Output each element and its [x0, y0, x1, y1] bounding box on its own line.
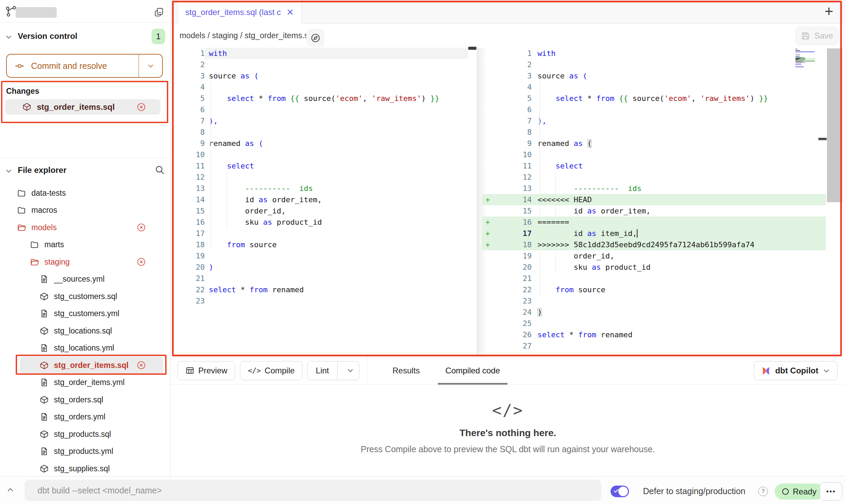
- save-button[interactable]: Save: [796, 27, 839, 45]
- code-line-16[interactable]: 16 sku as product_id: [171, 217, 468, 228]
- code-line-11[interactable]: 11 select: [482, 160, 826, 172]
- editor-scrollbar[interactable]: [827, 48, 842, 202]
- file-item-stg_order_items.sql[interactable]: stg_order_items.sql: [20, 357, 163, 374]
- code-line-4[interactable]: 4: [171, 81, 468, 93]
- code-line-25[interactable]: 25: [482, 318, 826, 329]
- preview-button[interactable]: Preview: [177, 361, 235, 380]
- code-line-3[interactable]: 3source as (: [482, 70, 826, 81]
- code-line-5[interactable]: 5 select * from {{ source('ecom', 'raw_i…: [171, 93, 468, 104]
- code-line-5[interactable]: 5 select * from {{ source('ecom', 'raw_i…: [482, 93, 826, 104]
- defer-toggle[interactable]: [611, 486, 629, 497]
- breadcrumb[interactable]: models / staging / stg_order_items.sql: [180, 31, 315, 40]
- file-item-data-tests[interactable]: data-tests: [0, 184, 171, 202]
- chevron-down-icon[interactable]: [5, 167, 13, 175]
- file-item-macros[interactable]: macros: [0, 202, 171, 219]
- code-line-9[interactable]: 9renamed as (: [482, 138, 826, 149]
- code-line-22[interactable]: 22 from source: [482, 284, 826, 295]
- code-line-23[interactable]: 23: [482, 295, 826, 307]
- code-line-27[interactable]: 27: [482, 340, 826, 352]
- code-line-9[interactable]: 9renamed as (: [171, 138, 468, 149]
- lint-dropdown-button[interactable]: [341, 361, 359, 380]
- file-item-stg_customers.yml[interactable]: stg_customers.yml: [0, 305, 171, 323]
- lineage-button[interactable]: [306, 29, 324, 47]
- code-line-20[interactable]: 20 sku as product_id: [482, 262, 826, 273]
- version-control-title[interactable]: Version control: [18, 31, 77, 41]
- file-item-__sources.yml[interactable]: __sources.yml: [0, 271, 171, 288]
- file-item-stg_orders.yml[interactable]: stg_orders.yml: [0, 409, 171, 426]
- file-item-marts[interactable]: marts: [0, 236, 171, 254]
- code-line-6[interactable]: 6: [482, 104, 826, 115]
- chevron-down-icon[interactable]: [5, 33, 13, 41]
- overflow-menu-button[interactable]: •••: [820, 482, 842, 501]
- file-item-models[interactable]: models: [0, 219, 171, 236]
- code-line-7[interactable]: 7),: [482, 115, 826, 127]
- code-line-12[interactable]: 12: [171, 172, 468, 183]
- code-line-20[interactable]: 20): [171, 262, 468, 273]
- file-item-stg_order_items.yml[interactable]: stg_order_items.yml: [0, 374, 171, 391]
- code-line-8[interactable]: 8: [482, 127, 826, 138]
- file-explorer-title[interactable]: File explorer: [18, 165, 67, 175]
- right-pane-scrollbar-thumb[interactable]: [818, 138, 827, 140]
- code-line-19[interactable]: 19: [171, 250, 468, 262]
- file-item-stg_orders.sql[interactable]: stg_orders.sql: [0, 391, 171, 409]
- code-line-6[interactable]: 6: [171, 104, 468, 115]
- commit-dropdown-button[interactable]: [139, 55, 162, 77]
- search-icon[interactable]: [154, 164, 165, 175]
- code-line-21[interactable]: 21: [171, 273, 468, 284]
- chevron-up-icon[interactable]: [6, 486, 15, 494]
- code-line-15[interactable]: 15 id as order_item,: [482, 205, 826, 217]
- lint-button[interactable]: Lint: [307, 361, 359, 380]
- code-line-3[interactable]: 3source as (: [171, 70, 468, 81]
- file-item-staging[interactable]: staging: [0, 253, 171, 271]
- file-item-stg_products.yml[interactable]: stg_products.yml: [0, 443, 171, 460]
- code-line-12[interactable]: 12: [482, 172, 826, 183]
- code-line-18[interactable]: 18 from source: [171, 239, 468, 250]
- code-line-13[interactable]: 13 ---------- ids: [171, 183, 468, 194]
- code-line-23[interactable]: 23: [171, 295, 468, 307]
- code-line-1[interactable]: 1with: [482, 48, 826, 59]
- file-item-stg_supplies.sql[interactable]: stg_supplies.sql: [0, 460, 171, 476]
- code-line-22[interactable]: 22select * from renamed: [171, 284, 468, 295]
- help-icon[interactable]: ?: [758, 487, 768, 496]
- code-line-2[interactable]: 2: [482, 59, 826, 70]
- code-line-4[interactable]: 4: [482, 81, 826, 93]
- code-line-18[interactable]: +18>>>>>>> 58c1dd23d5eebd9cd2495fa7124ab…: [482, 239, 826, 250]
- tab-compiled-code[interactable]: Compiled code: [442, 357, 503, 385]
- code-line-21[interactable]: 21: [482, 273, 826, 284]
- sidebar-header: [0, 0, 171, 23]
- code-line-1[interactable]: 1with: [171, 48, 468, 59]
- code-line-7[interactable]: 7),: [171, 115, 468, 127]
- commit-and-resolve-button[interactable]: Commit and resolve: [6, 54, 163, 78]
- editor-pane-working[interactable]: 1with23source as (45 select * from {{ so…: [171, 48, 468, 307]
- code-line-10[interactable]: 10: [171, 149, 468, 160]
- code-line-13[interactable]: 13 ---------- ids: [482, 183, 826, 194]
- changed-file-item[interactable]: stg_order_items.sql: [5, 99, 160, 115]
- compile-button[interactable]: </> Compile: [240, 361, 302, 380]
- file-item-stg_products.sql[interactable]: stg_products.sql: [0, 426, 171, 443]
- code-line-17[interactable]: +17 id as item_id,: [482, 228, 826, 239]
- code-line-14[interactable]: 14 id as order_item,: [171, 194, 468, 205]
- file-item-stg_locations.sql[interactable]: stg_locations.sql: [0, 322, 171, 340]
- code-line-2[interactable]: 2: [171, 59, 468, 70]
- copy-icon[interactable]: [154, 7, 164, 17]
- new-tab-button[interactable]: +: [825, 3, 833, 20]
- left-pane-scrollbar-thumb[interactable]: [468, 47, 476, 50]
- code-line-24[interactable]: 24): [482, 307, 826, 318]
- code-line-14[interactable]: +14<<<<<<< HEAD: [482, 194, 826, 205]
- code-line-11[interactable]: 11 select: [171, 160, 468, 172]
- code-line-8[interactable]: 8: [171, 127, 468, 138]
- file-item-stg_locations.yml[interactable]: stg_locations.yml: [0, 340, 171, 357]
- file-item-stg_customers.sql[interactable]: stg_customers.sql: [0, 288, 171, 305]
- command-input[interactable]: [25, 480, 601, 501]
- code-line-15[interactable]: 15 order_id,: [171, 205, 468, 217]
- code-line-26[interactable]: 26select * from renamed: [482, 329, 826, 340]
- close-icon[interactable]: ✕: [286, 8, 294, 17]
- tab-results[interactable]: Results: [389, 357, 423, 385]
- code-line-16[interactable]: +16=======: [482, 217, 826, 228]
- code-line-17[interactable]: 17: [171, 228, 468, 239]
- code-line-10[interactable]: 10: [482, 149, 826, 160]
- code-line-19[interactable]: 19 order_id,: [482, 250, 826, 262]
- tab-stg-order-items[interactable]: stg_order_items.sql (last c... ✕: [177, 0, 302, 24]
- editor-pane-diff[interactable]: 1with23source as (45 select * from {{ so…: [482, 48, 826, 352]
- dbt-copilot-button[interactable]: dbt Copilot: [754, 361, 837, 380]
